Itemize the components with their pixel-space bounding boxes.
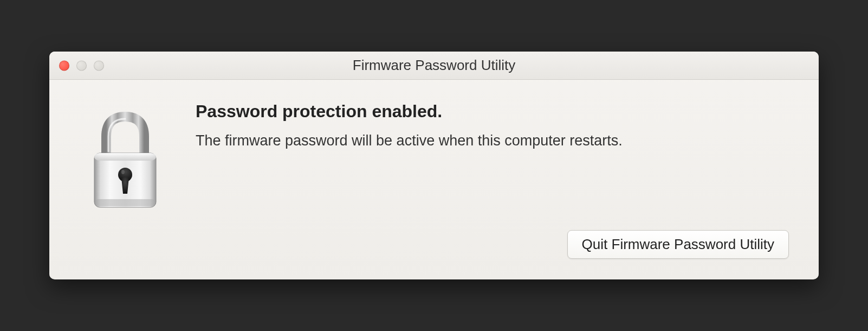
icon-area [82,101,169,263]
dialog-description: The firmware password will be active whe… [196,131,792,150]
lock-icon [85,107,166,218]
window-title: Firmware Password Utility [49,57,819,74]
dialog-window: Firmware Password Utility [49,52,819,279]
close-icon[interactable] [59,60,69,71]
svg-point-4 [121,170,125,174]
dialog-heading: Password protection enabled. [196,101,792,122]
quit-button[interactable]: Quit Firmware Password Utility [567,230,789,259]
traffic-lights [59,60,104,71]
titlebar: Firmware Password Utility [49,52,819,80]
text-area: Password protection enabled. The firmwar… [196,101,792,263]
svg-rect-2 [95,199,155,206]
button-row: Quit Firmware Password Utility [196,230,792,263]
maximize-icon [94,60,104,71]
dialog-content: Password protection enabled. The firmwar… [49,80,819,279]
minimize-icon [76,60,87,71]
svg-rect-1 [94,153,156,161]
